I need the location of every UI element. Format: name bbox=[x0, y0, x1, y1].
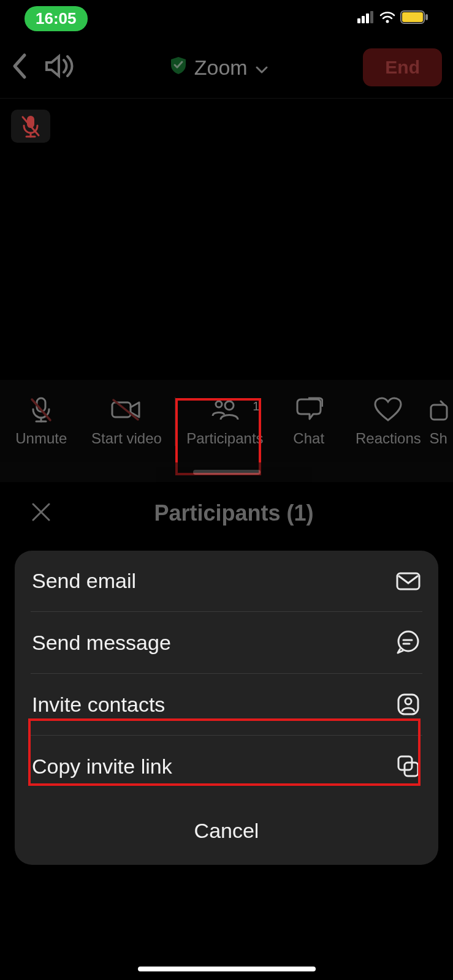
participants-label: Participants bbox=[186, 430, 263, 447]
send-email-label: Send email bbox=[32, 569, 136, 593]
start-video-button[interactable]: Start video bbox=[82, 396, 170, 447]
svg-rect-3 bbox=[370, 11, 373, 23]
svg-rect-13 bbox=[431, 405, 447, 420]
wifi-icon bbox=[379, 11, 395, 26]
send-message-row[interactable]: Send message bbox=[15, 612, 438, 673]
meeting-title[interactable]: Zoom bbox=[86, 56, 352, 80]
svg-point-15 bbox=[398, 631, 418, 651]
svg-rect-1 bbox=[362, 16, 365, 23]
end-button[interactable]: End bbox=[363, 48, 442, 86]
participants-header: Participants (1) bbox=[0, 482, 453, 551]
copy-link-row[interactable]: Copy invite link bbox=[15, 736, 438, 797]
speaker-icon[interactable] bbox=[44, 53, 75, 82]
toolbar-divider bbox=[175, 397, 176, 446]
status-icons bbox=[357, 10, 428, 26]
invite-sheet: Send email Send message Invite contacts … bbox=[15, 551, 438, 865]
chevron-down-icon bbox=[255, 56, 268, 80]
copy-link-label: Copy invite link bbox=[32, 755, 172, 778]
mic-off-icon bbox=[27, 396, 55, 424]
reactions-button[interactable]: Reactions bbox=[347, 396, 429, 447]
message-icon bbox=[395, 630, 421, 655]
video-off-icon bbox=[110, 398, 143, 422]
drag-handle[interactable] bbox=[193, 470, 261, 475]
contact-icon bbox=[395, 692, 421, 717]
meeting-top-bar: Zoom End bbox=[0, 37, 453, 98]
svg-rect-6 bbox=[425, 14, 428, 20]
share-button[interactable]: Sh bbox=[430, 396, 453, 447]
status-bar: 16:05 bbox=[0, 0, 453, 37]
send-email-row[interactable]: Send email bbox=[15, 551, 438, 611]
unmute-label: Unmute bbox=[15, 430, 67, 447]
mail-icon bbox=[395, 572, 421, 590]
back-icon[interactable] bbox=[11, 53, 29, 82]
send-message-label: Send message bbox=[32, 631, 171, 655]
participants-count: 1 bbox=[253, 399, 259, 413]
unmute-button[interactable]: Unmute bbox=[0, 396, 82, 447]
svg-rect-14 bbox=[397, 573, 419, 589]
status-time: 16:05 bbox=[25, 6, 88, 31]
muted-badge bbox=[11, 110, 50, 143]
heart-icon bbox=[374, 397, 402, 423]
svg-point-4 bbox=[386, 20, 389, 23]
copy-icon bbox=[395, 754, 421, 778]
svg-rect-2 bbox=[366, 13, 369, 23]
participants-button[interactable]: 1 Participants bbox=[179, 396, 270, 447]
invite-contacts-row[interactable]: Invite contacts bbox=[15, 674, 438, 735]
video-area bbox=[0, 98, 453, 380]
svg-rect-0 bbox=[357, 18, 360, 23]
svg-point-11 bbox=[225, 401, 234, 410]
participants-icon bbox=[211, 398, 239, 422]
meeting-title-label: Zoom bbox=[194, 56, 248, 80]
sheet-handle-row bbox=[0, 462, 453, 482]
participants-title: Participants (1) bbox=[66, 500, 402, 526]
share-label: Sh bbox=[430, 430, 447, 447]
mic-muted-icon bbox=[20, 115, 41, 138]
home-indicator[interactable] bbox=[138, 967, 316, 971]
reactions-label: Reactions bbox=[356, 430, 421, 447]
start-video-label: Start video bbox=[91, 430, 162, 447]
share-icon bbox=[430, 398, 448, 422]
meeting-toolbar: Unmute Start video 1 bbox=[0, 380, 453, 462]
svg-rect-10 bbox=[112, 402, 131, 417]
chat-icon bbox=[295, 397, 323, 423]
battery-icon bbox=[400, 10, 428, 26]
chat-button[interactable]: Chat bbox=[270, 396, 347, 447]
cellular-icon bbox=[357, 11, 375, 26]
svg-rect-7 bbox=[402, 12, 423, 22]
invite-contacts-label: Invite contacts bbox=[32, 693, 165, 717]
svg-point-12 bbox=[216, 401, 222, 407]
chat-label: Chat bbox=[293, 430, 324, 447]
svg-point-17 bbox=[405, 698, 411, 704]
shield-check-icon bbox=[170, 56, 187, 80]
close-icon[interactable] bbox=[31, 502, 51, 525]
cancel-button[interactable]: Cancel bbox=[15, 797, 438, 865]
